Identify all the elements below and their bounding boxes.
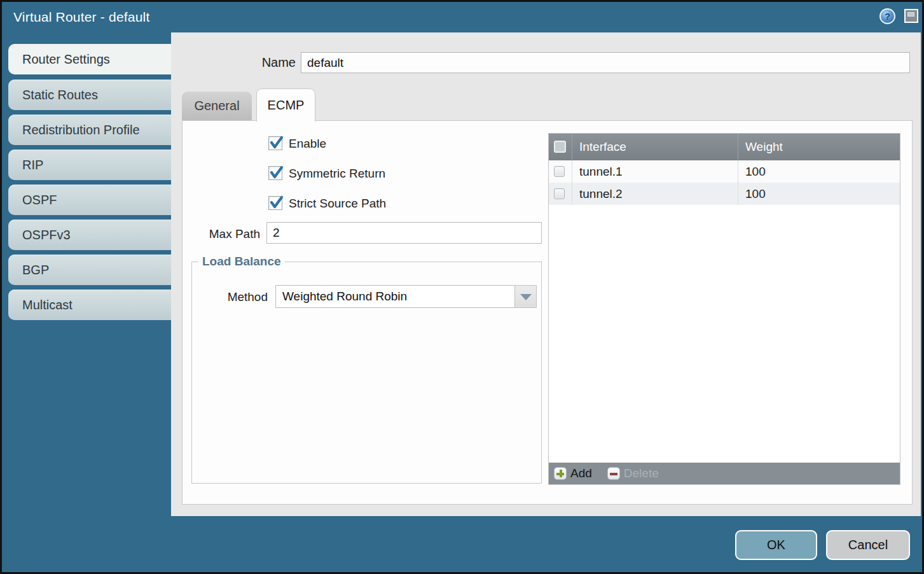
cell-interface: tunnel.1 [572,160,738,183]
window-restore-icon[interactable] [904,9,918,23]
ok-button[interactable]: OK [735,530,817,560]
chevron-down-icon [520,294,532,300]
name-label: Name [171,55,296,70]
table-header: Interface Weight [549,134,900,160]
delete-button[interactable]: Delete [607,466,659,480]
strict-source-path-checkbox[interactable] [268,196,282,210]
sidebar-item-router-settings[interactable]: Router Settings [8,44,171,74]
sidebar-item-redistribution-profile[interactable]: Redistribution Profile [8,115,171,145]
load-balance-legend: Load Balance [198,255,285,269]
column-header-weight[interactable]: Weight [738,134,900,160]
header-checkbox-cell [549,134,572,160]
table-row[interactable]: tunnel.2 100 [549,183,900,205]
symmetric-return-checkbox[interactable] [268,166,282,180]
enable-label: Enable [289,137,326,151]
max-path-input[interactable] [266,222,542,244]
row-checkbox-cell [549,183,572,205]
delete-button-label: Delete [624,466,659,480]
dialog-title: Virtual Router - default [13,10,150,25]
row-checkbox[interactable] [554,188,565,199]
row-checkbox-cell [549,160,572,183]
cell-interface: tunnel.2 [572,183,738,205]
row-checkbox[interactable] [554,166,565,177]
table-footer: Add Delete [549,463,900,484]
cell-weight: 100 [738,183,900,205]
method-label: Method [192,290,268,304]
symmetric-return-label: Symmetric Return [289,167,385,181]
load-balance-group: Load Balance Method [191,255,542,484]
method-input[interactable] [275,285,515,308]
add-button-label: Add [570,466,592,480]
sidebar-item-multicast[interactable]: Multicast [8,290,171,320]
sidebar-item-bgp[interactable]: BGP [8,255,171,285]
checkmark-icon [269,195,284,210]
enable-checkbox[interactable] [268,136,282,150]
checkmark-icon [269,136,284,150]
add-button[interactable]: Add [554,466,592,480]
virtual-router-dialog: Virtual Router - default ? Router Settin… [0,0,924,574]
tab-ecmp[interactable]: ECMP [256,88,315,122]
sidebar-item-rip[interactable]: RIP [8,150,171,180]
strict-source-path-label: Strict Source Path [289,197,386,211]
table-row[interactable]: tunnel.1 100 [549,160,900,183]
cell-weight: 100 [738,160,900,183]
tab-general[interactable]: General [182,92,252,120]
max-path-label: Max Path [183,227,260,241]
ecmp-panel: Enable Symmetric Return Strict Source Pa… [182,120,913,505]
sidebar-item-ospf[interactable]: OSPF [8,185,171,215]
minus-icon [607,467,620,480]
column-header-interface[interactable]: Interface [572,134,738,160]
method-dropdown-button[interactable] [514,285,537,308]
name-input[interactable] [301,52,910,73]
help-icon[interactable]: ? [879,8,895,24]
select-all-checkbox[interactable] [554,141,566,153]
checkmark-icon [269,165,284,180]
cancel-button[interactable]: Cancel [826,530,910,560]
interface-table: Interface Weight tunnel.1 100 tunnel.2 1… [548,133,900,485]
sidebar-item-static-routes[interactable]: Static Routes [8,80,171,110]
window-restore-inner [907,12,914,17]
sidebar-item-ospfv3[interactable]: OSPFv3 [8,220,171,250]
plus-icon [554,467,567,480]
